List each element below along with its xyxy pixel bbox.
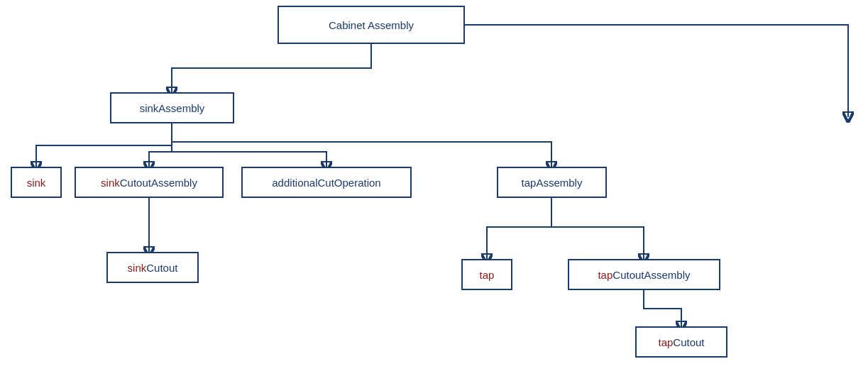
diagram-container: Cabinet Assembly sinkAssembly sink sinkC… [0, 0, 868, 376]
tap-cutout-label-blue: Cutout [673, 336, 704, 348]
sink-assembly-label: sinkAssembly [140, 102, 205, 114]
node-tap-cutout: tapCutout [635, 326, 727, 358]
node-tap-assembly: tapAssembly [497, 167, 607, 198]
tap-cutout-assembly-label-red: tap [598, 269, 612, 281]
tap-assembly-label: tapAssembly [522, 177, 583, 189]
node-additional-cut-operation: additionalCutOperation [241, 167, 412, 198]
tap-label: tap [480, 269, 495, 281]
sink-cutout-assembly-label-blue: CutoutAssembly [120, 177, 197, 189]
node-sink-cutout-assembly: sinkCutoutAssembly [75, 167, 224, 198]
node-cabinet-assembly: Cabinet Assembly [278, 6, 465, 44]
node-tap: tap [461, 259, 512, 290]
node-sink-assembly: sinkAssembly [110, 92, 234, 123]
node-sink: sink [11, 167, 62, 198]
tap-cutout-label-red: tap [658, 336, 673, 348]
sink-cutout-assembly-label-red: sink [101, 177, 120, 189]
tap-cutout-assembly-label-blue: CutoutAssembly [612, 269, 690, 281]
node-tap-cutout-assembly: tapCutoutAssembly [568, 259, 720, 290]
sink-cutout-label-red: sink [128, 262, 147, 274]
sink-cutout-label-blue: Cutout [146, 262, 177, 274]
sink-label: sink [27, 177, 46, 189]
additional-cut-operation-label: additionalCutOperation [272, 177, 380, 189]
node-sink-cutout: sinkCutout [106, 252, 199, 283]
cabinet-assembly-label: Cabinet Assembly [329, 19, 414, 31]
